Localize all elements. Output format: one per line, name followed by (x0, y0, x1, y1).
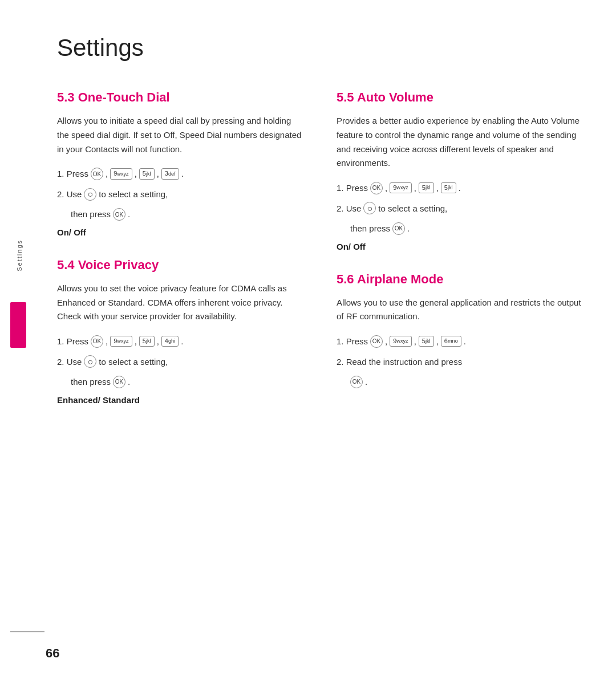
right-column: 5.5 Auto Volume Provides a better audio … (337, 90, 582, 425)
nav-icon-3: ○ (363, 202, 376, 214)
section-55-title: 5.5 Auto Volume (337, 90, 582, 105)
step1-prefix: 1. Press (57, 166, 88, 181)
section-54-title: 5.4 Voice Privacy (57, 258, 302, 273)
left-column: 5.3 One-Touch Dial Allows you to initiat… (57, 90, 302, 425)
section-53-title: 5.3 One-Touch Dial (57, 90, 302, 105)
key-9wxyz-4: 9wxyz (390, 336, 411, 347)
key-5jkl-1: 5 jkl (139, 168, 155, 179)
section-54-option: Enhanced/ Standard (57, 395, 302, 405)
section-55-step2b: then press OK . (350, 221, 582, 236)
section-54-step1: 1. Press OK , 9wxyz , 5 jkl , 4 ghi . (57, 334, 302, 349)
section-53: 5.3 One-Touch Dial Allows you to initiat… (57, 90, 302, 237)
section-56-step2: 2. Read the instruction and press (337, 355, 582, 369)
section-56-step1: 1. Press OK , 9wxyz , 5 jkl , 6 mno . (337, 334, 582, 349)
section-54-step2b: then press OK . (71, 375, 302, 389)
section-56-title: 5.6 Airplane Mode (337, 272, 582, 287)
key-ok-2b: OK (113, 376, 125, 388)
key-5jkl-3b: 5 jkl (441, 182, 456, 193)
section-53-step2b: then press OK . (71, 207, 302, 222)
key-5jkl-3a: 5 jkl (419, 182, 434, 193)
page-title: Settings (57, 34, 582, 62)
key-ok-4b: OK (350, 376, 363, 388)
key-9wxyz-2: 9wxyz (110, 336, 132, 347)
key-ok-1b: OK (113, 208, 125, 221)
section-56: 5.6 Airplane Mode Allows you to use the … (337, 272, 582, 389)
key-5jkl-2: 5 jkl (139, 336, 155, 347)
key-5jkl-4: 5 jkl (419, 336, 434, 347)
section-55: 5.5 Auto Volume Provides a better audio … (337, 90, 582, 251)
key-ok-3: OK (370, 182, 383, 194)
sidebar-bar (10, 302, 26, 348)
page-number: 66 (46, 646, 59, 661)
nav-icon-1: ○ (84, 188, 96, 201)
section-55-body: Provides a better audio experience by en… (337, 114, 582, 170)
section-53-option: On/ Off (57, 227, 302, 237)
sidebar-label: Settings (16, 239, 23, 271)
two-column-layout: 5.3 One-Touch Dial Allows you to initiat… (57, 90, 582, 425)
key-3def-1: 3 def (161, 168, 179, 179)
key-ok-3b: OK (392, 222, 405, 235)
section-53-step2: 2. Use ○ to select a setting, (57, 187, 302, 202)
page: Settings 66 Settings 5.3 One-Touch Dial … (0, 0, 616, 695)
section-56-step2b: OK . (350, 375, 582, 389)
key-9wxyz-3: 9wxyz (390, 182, 411, 193)
section-55-step2: 2. Use ○ to select a setting, (337, 201, 582, 216)
section-55-option: On/ Off (337, 242, 582, 251)
section-54: 5.4 Voice Privacy Allows you to set the … (57, 258, 302, 405)
key-ok-2: OK (91, 335, 103, 348)
key-9wxyz-1: 9wxyz (110, 168, 132, 179)
key-6mno-1: 6 mno (441, 336, 461, 347)
section-56-body: Allows you to use the general applicatio… (337, 296, 582, 324)
section-55-step1: 1. Press OK , 9wxyz , 5 jkl , 5 jkl . (337, 181, 582, 196)
key-ok-4: OK (370, 335, 383, 348)
divider-line (10, 631, 44, 632)
section-54-body: Allows you to set the voice privacy feat… (57, 282, 302, 324)
section-53-step1: 1. Press OK , 9wxyz , 5 jkl , 3 def . (57, 166, 302, 181)
section-53-body: Allows you to initiate a speed dial call… (57, 114, 302, 156)
nav-icon-2: ○ (84, 355, 96, 368)
section-54-step2: 2. Use ○ to select a setting, (57, 355, 302, 369)
key-ok-1: OK (91, 168, 103, 180)
key-4ghi-1: 4 ghi (161, 336, 179, 347)
